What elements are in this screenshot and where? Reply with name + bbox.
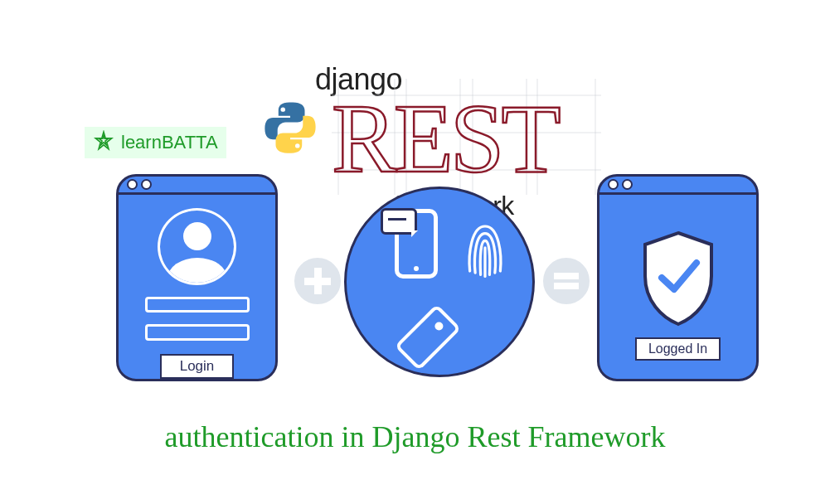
login-panel: Login [116,174,278,381]
shield-check-icon [637,228,720,327]
login-button: Login [160,354,235,379]
python-icon [261,99,319,157]
fingerprint-icon [463,217,507,280]
svg-point-2 [281,107,285,111]
learnbatta-logo: learnBATTA [85,127,226,158]
logo-text: learnBATTA [121,132,218,153]
rest-wordmark-icon: REST [332,79,601,198]
loggedin-button: Logged In [635,337,721,361]
window-header [119,177,275,195]
plus-icon [292,255,343,307]
avatar-icon [158,208,236,285]
password-field-icon [145,324,250,341]
window-header [599,177,756,195]
loggedin-panel: Logged In [597,174,759,381]
caption: authentication in Django Rest Framework [0,419,830,454]
window-dot-icon [622,179,633,190]
keycard-icon [395,304,462,371]
diagram-canvas: learnBATTA django REST [0,0,830,504]
window-dot-icon [608,179,619,190]
window-dot-icon [141,179,152,190]
svg-point-3 [295,143,299,148]
window-dot-icon [127,179,138,190]
auth-factors-circle [344,187,535,377]
message-bubble-icon [381,208,417,235]
username-field-icon [145,297,250,313]
phone-message-icon [395,209,438,279]
star-icon [93,130,114,155]
svg-text:REST: REST [332,85,560,193]
equals-icon [541,255,592,307]
